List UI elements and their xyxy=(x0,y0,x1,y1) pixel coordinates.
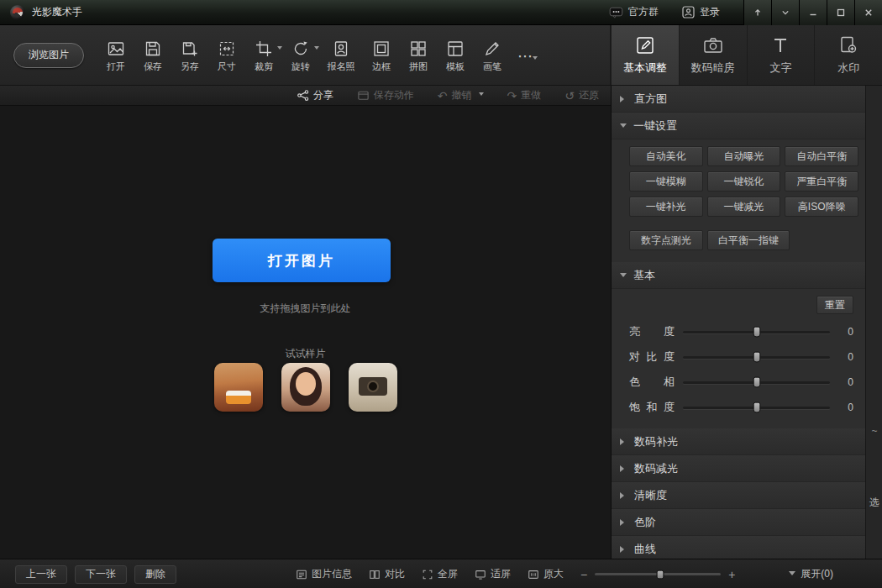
template-button[interactable]: 模板 xyxy=(437,38,474,73)
previous-image-button[interactable]: 上一张 xyxy=(15,565,67,584)
save-as-label: 另存 xyxy=(181,60,199,73)
brush-button[interactable]: 画笔 xyxy=(474,38,511,73)
tab-basic-adjust-label: 基本调整 xyxy=(623,60,667,76)
save-label: 保存 xyxy=(144,60,162,73)
chevron-down-icon xyxy=(780,8,790,18)
login-button[interactable]: 登录 xyxy=(682,5,720,19)
skin-button[interactable] xyxy=(743,0,771,25)
one-key-dim-light-button[interactable]: 一键减光 xyxy=(707,197,781,217)
expand-button[interactable]: 展开(0) xyxy=(789,559,833,588)
section-digital-dim-light[interactable]: 数码减光 xyxy=(612,455,865,482)
fullscreen-button[interactable]: 全屏 xyxy=(422,567,458,581)
secondary-toolbar: 分享 保存动作 ↶ 撤销 ↷ 重做 ↺ 还原 xyxy=(0,86,611,106)
slider-thumb[interactable] xyxy=(753,327,760,338)
save-as-button[interactable]: 另存 xyxy=(171,38,208,73)
info-panel-icon xyxy=(296,569,307,580)
section-curves[interactable]: 曲线 xyxy=(612,536,865,559)
sample-thumb-portrait[interactable] xyxy=(281,363,330,412)
samples-label: 试试样片 xyxy=(0,347,611,361)
original-size-label: 原大 xyxy=(543,567,564,581)
brightness-slider[interactable] xyxy=(683,331,830,333)
high-iso-denoise-button[interactable]: 高ISO降噪 xyxy=(785,197,858,217)
section-histogram[interactable]: 直方图 xyxy=(612,86,865,113)
white-balance-one-touch-button[interactable]: 白平衡一指键 xyxy=(707,230,790,250)
undo-button[interactable]: ↶ 撤销 xyxy=(438,88,484,102)
contrast-slider[interactable] xyxy=(683,356,830,359)
section-digital-fill-light[interactable]: 数码补光 xyxy=(612,428,865,455)
zoom-in-button[interactable]: + xyxy=(728,568,735,581)
digital-spot-metering-button[interactable]: 数字点测光 xyxy=(629,230,703,250)
save-action-button[interactable]: 保存动作 xyxy=(357,88,414,102)
menu-button[interactable] xyxy=(771,0,799,25)
open-image-button[interactable]: 打开图片 xyxy=(213,239,391,282)
sample-thumbnails xyxy=(0,363,611,412)
auto-white-balance-button[interactable]: 自动白平衡 xyxy=(785,146,858,166)
sample-thumb-canyon[interactable] xyxy=(214,363,263,412)
severe-white-balance-button[interactable]: 严重白平衡 xyxy=(785,171,858,192)
zoom-control: − + xyxy=(580,568,735,581)
auto-exposure-button[interactable]: 自动曝光 xyxy=(707,146,781,166)
fullscreen-label: 全屏 xyxy=(438,567,458,581)
hue-value: 0 xyxy=(838,376,853,388)
minimize-button[interactable] xyxy=(799,0,827,25)
saturation-slider[interactable] xyxy=(683,407,830,409)
text-icon xyxy=(769,34,791,56)
compare-button[interactable]: 对比 xyxy=(369,567,405,581)
restore-button[interactable]: ↺ 还原 xyxy=(564,88,599,102)
share-button[interactable]: 分享 xyxy=(297,88,333,102)
one-key-sharpen-button[interactable]: 一键锐化 xyxy=(707,171,781,192)
section-basic[interactable]: 基本 xyxy=(612,262,865,289)
ellipsis-icon: ⋯ xyxy=(517,47,533,66)
main-toolbar: 浏览图片 打开 保存 另存 尺寸 裁剪 xyxy=(0,25,882,86)
border-button[interactable]: 边框 xyxy=(363,38,400,73)
section-levels[interactable]: 色阶 xyxy=(612,509,865,536)
browse-images-button[interactable]: 浏览图片 xyxy=(13,43,84,68)
tab-digital-darkroom[interactable]: 数码暗房 xyxy=(679,25,747,85)
original-size-button[interactable]: 原大 xyxy=(528,567,564,581)
open-button[interactable]: 打开 xyxy=(97,38,134,73)
image-info-toggle[interactable]: 图片信息 xyxy=(296,567,352,581)
section-onekey-settings[interactable]: 一键设置 xyxy=(612,113,865,139)
statusbar: 上一张 下一张 删除 图片信息 对比 全屏 适屏 原大 xyxy=(0,559,882,588)
crop-button[interactable]: 裁剪 xyxy=(245,38,282,73)
redo-button[interactable]: ↷ 重做 xyxy=(507,88,542,102)
slider-thumb[interactable] xyxy=(753,377,760,388)
zoom-out-button[interactable]: − xyxy=(580,568,587,581)
camera-icon xyxy=(702,34,724,56)
clarity-title: 清晰度 xyxy=(634,488,667,503)
hue-slider[interactable] xyxy=(683,381,830,384)
one-key-fill-light-button[interactable]: 一键补光 xyxy=(629,197,703,217)
collapse-triangle-icon xyxy=(620,438,627,445)
fit-screen-button[interactable]: 适屏 xyxy=(475,567,511,581)
next-image-button[interactable]: 下一张 xyxy=(75,565,127,584)
resize-icon xyxy=(218,39,236,58)
zoom-slider-thumb[interactable] xyxy=(657,570,664,579)
reset-button[interactable]: 重置 xyxy=(816,296,853,314)
close-button[interactable] xyxy=(854,0,882,25)
slider-thumb[interactable] xyxy=(753,402,760,413)
official-group-button[interactable]: 官方群 xyxy=(609,5,659,19)
auto-beautify-button[interactable]: 自动美化 xyxy=(629,146,703,166)
rotate-button[interactable]: 旋转 xyxy=(282,38,319,73)
sample-thumb-camera[interactable] xyxy=(349,363,397,412)
id-photo-button[interactable]: 报名照 xyxy=(319,38,363,73)
saturation-label: 饱和度 xyxy=(629,400,675,415)
image-info-label: 图片信息 xyxy=(312,567,352,581)
tab-text[interactable]: 文字 xyxy=(747,25,815,85)
zoom-slider[interactable] xyxy=(595,573,721,575)
one-key-blur-button[interactable]: 一键模糊 xyxy=(629,171,703,192)
watermark-icon xyxy=(837,34,859,56)
section-clarity[interactable]: 清晰度 xyxy=(612,482,865,509)
right-edge-strip: ~ 选 xyxy=(865,86,882,559)
tab-basic-adjust[interactable]: 基本调整 xyxy=(611,25,679,85)
maximize-button[interactable] xyxy=(827,0,854,25)
onekey-buttons-block: 自动美化 自动曝光 自动白平衡 一键模糊 一键锐化 严重白平衡 一键补光 一键减… xyxy=(612,139,865,262)
resize-button[interactable]: 尺寸 xyxy=(208,38,245,73)
bus-shape xyxy=(226,391,251,404)
more-tools-button[interactable]: ⋯ xyxy=(511,45,539,66)
delete-image-button[interactable]: 删除 xyxy=(134,565,176,584)
tab-watermark[interactable]: 水印 xyxy=(814,25,882,85)
slider-thumb[interactable] xyxy=(753,352,760,363)
save-button[interactable]: 保存 xyxy=(134,38,171,73)
collage-button[interactable]: 拼图 xyxy=(400,38,437,73)
